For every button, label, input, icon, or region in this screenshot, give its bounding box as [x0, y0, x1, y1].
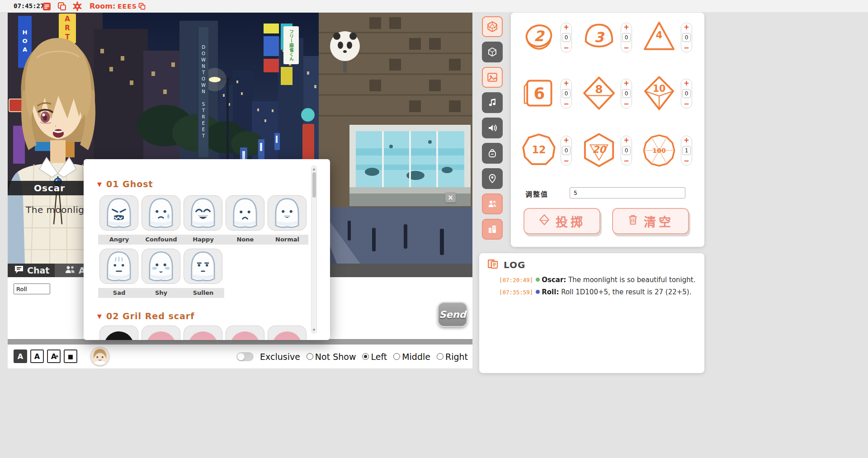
popup-scrollbar[interactable]: ▲ ▼	[311, 165, 317, 334]
die-d100[interactable]: 100	[641, 132, 677, 168]
stepper-d12: + 0 −	[561, 136, 572, 165]
chat-bubble-icon	[14, 265, 24, 276]
sidebar-sound-tab[interactable]	[482, 118, 503, 138]
expression-thumb[interactable]	[99, 326, 138, 340]
expression-happy[interactable]	[184, 195, 222, 231]
expression-angry[interactable]	[99, 195, 138, 231]
radio-label: Left	[371, 352, 387, 362]
sidebar-custom-dice-tab[interactable]	[482, 42, 503, 62]
die-d12[interactable]: 12	[521, 132, 557, 168]
roll-dice-icon	[538, 214, 550, 228]
settings-gear-icon[interactable]	[72, 1, 82, 11]
die-d8[interactable]: 8	[581, 75, 617, 111]
radio-not-show[interactable]: Not Show	[307, 352, 356, 362]
text-style-fancy-button[interactable]: A	[47, 349, 61, 363]
sidebar-background-tab[interactable]	[482, 67, 503, 88]
minus-button[interactable]: −	[684, 158, 689, 164]
expression-none[interactable]	[226, 195, 264, 231]
clear-dice-button[interactable]: 清空	[612, 208, 689, 234]
die-d4[interactable]: 4	[641, 19, 677, 55]
minus-button[interactable]: −	[684, 101, 689, 107]
panels-icon[interactable]	[57, 1, 67, 11]
character-avatar[interactable]	[90, 347, 109, 366]
sidebar-scene-tab[interactable]	[482, 219, 503, 240]
expression-shy[interactable]	[142, 249, 180, 284]
die-d2[interactable]: 2	[521, 19, 557, 55]
text-style-outline-button[interactable]: A	[30, 349, 44, 363]
expression-confound[interactable]	[142, 195, 180, 231]
adjust-value-input[interactable]	[570, 187, 685, 198]
minus-button[interactable]: −	[684, 45, 689, 51]
minus-button[interactable]: −	[563, 101, 569, 107]
log-speaker: Oscar:	[542, 276, 566, 284]
radio-label: Middle	[402, 352, 430, 362]
sidebar-characters-tab[interactable]	[482, 194, 503, 214]
scroll-up-icon[interactable]: ▲	[311, 167, 316, 171]
die-d3[interactable]: 3	[581, 19, 617, 55]
board-icon[interactable]	[42, 1, 52, 11]
radio-left[interactable]: Left	[362, 352, 387, 362]
plus-button[interactable]: +	[563, 24, 569, 30]
group-header-ghost[interactable]: ▼ 01 Ghost	[97, 179, 153, 189]
text-style-square-button[interactable]: ■	[64, 349, 77, 363]
svg-text:12: 12	[532, 144, 546, 156]
stepper-d8: + 0 −	[621, 79, 632, 109]
plus-button[interactable]: +	[563, 80, 569, 86]
log-panel: LOG [07:20:49]Oscar: The moonlight is so…	[479, 253, 704, 373]
sidebar-map-tab[interactable]	[482, 168, 503, 189]
close-dialogue-button[interactable]: ×	[445, 192, 456, 203]
plus-button[interactable]: +	[623, 24, 629, 30]
log-entry: [07:20:49]Oscar: The moonlight is so bea…	[499, 274, 699, 286]
expression-thumb[interactable]	[184, 326, 222, 340]
minus-button[interactable]: −	[623, 101, 629, 107]
die-d10[interactable]: 10	[641, 75, 677, 111]
plus-button[interactable]: +	[684, 137, 689, 143]
expression-sullen[interactable]	[184, 249, 222, 284]
plus-button[interactable]: +	[563, 137, 569, 143]
minus-button[interactable]: −	[623, 45, 629, 51]
sidebar-dice-tab[interactable]	[482, 16, 503, 37]
send-button[interactable]: Send	[438, 302, 467, 327]
expression-sad[interactable]	[99, 249, 138, 284]
log-header: LOG	[487, 259, 525, 271]
exclusive-toggle[interactable]	[236, 352, 254, 361]
stepper-d10: + 0 −	[681, 79, 692, 109]
group-title: 01 Ghost	[106, 179, 153, 189]
d3-count: 0	[622, 33, 631, 42]
minus-button[interactable]: −	[623, 158, 629, 164]
copy-room-icon[interactable]	[138, 3, 146, 10]
log-speaker: Roll:	[542, 288, 559, 296]
scroll-down-icon[interactable]: ▼	[311, 328, 316, 332]
roll-dice-button[interactable]: 投掷	[524, 208, 600, 234]
stepper-d100: + 1 −	[681, 136, 692, 165]
minus-button[interactable]: −	[563, 45, 569, 51]
expression-thumb[interactable]	[268, 326, 307, 340]
scrollbar-thumb[interactable]	[312, 172, 316, 198]
expression-thumb[interactable]	[226, 326, 264, 340]
die-d20[interactable]: 20	[581, 132, 617, 168]
die-d6[interactable]: 6	[521, 75, 557, 111]
sidebar-music-tab[interactable]	[482, 92, 503, 113]
expression-normal[interactable]	[268, 195, 307, 231]
plus-button[interactable]: +	[623, 137, 629, 143]
d4-count: 0	[682, 33, 691, 42]
radio-right[interactable]: Right	[437, 352, 468, 362]
character-name: Oscar	[34, 183, 65, 194]
minus-button[interactable]: −	[563, 158, 569, 164]
plus-button[interactable]: +	[623, 80, 629, 86]
chat-input[interactable]	[14, 283, 50, 294]
group-header-girl[interactable]: ▼ 02 Gril Red scarf	[97, 311, 194, 321]
plus-button[interactable]: +	[684, 24, 689, 30]
sidebar-inventory-tab[interactable]	[482, 143, 503, 164]
bottom-toolbar: A A A ■ Exclusive Not Show Left	[8, 345, 472, 368]
expression-thumb[interactable]	[142, 326, 180, 340]
radio-middle[interactable]: Middle	[393, 352, 430, 362]
text-style-dark-button[interactable]: A	[14, 349, 27, 363]
plus-button[interactable]: +	[684, 80, 689, 86]
radio-label: Not Show	[315, 352, 356, 362]
tab-chat[interactable]: Chat	[8, 264, 55, 277]
side-tool-strip	[482, 16, 503, 244]
d2-count: 0	[562, 33, 571, 42]
expression-label: Normal	[266, 235, 308, 245]
top-bar: 07:45:27 Room: EEES	[0, 0, 868, 13]
